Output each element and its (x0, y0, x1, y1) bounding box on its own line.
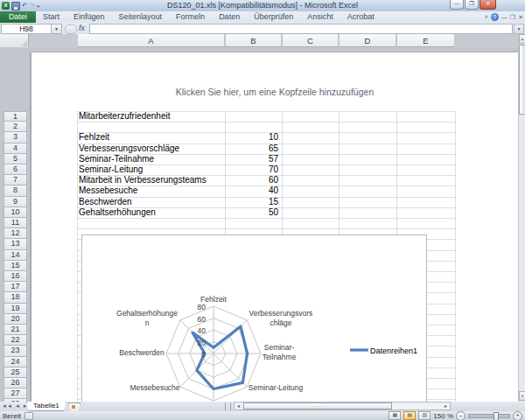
row-header-18[interactable]: 18 (4, 292, 27, 303)
row-header-15[interactable]: 15 (4, 261, 27, 271)
legend-label: Datenreihen1 (370, 346, 417, 355)
scroll-up-icon[interactable]: ▲ (519, 34, 525, 44)
cell-value[interactable]: 50 (225, 207, 278, 218)
vertical-scrollbar[interactable]: ▲ ▼ (518, 34, 525, 402)
cell-value[interactable]: 57 (225, 154, 278, 164)
row-header-20[interactable]: 20 (4, 314, 27, 325)
row-header-1[interactable]: 1 (4, 111, 27, 122)
ribbon-tab-datei[interactable]: Datei (0, 11, 36, 23)
cell-value[interactable]: 10 (225, 132, 278, 143)
ribbon-tab-row: Datei Start Einfügen Seitenlayout Formel… (0, 11, 525, 24)
vertical-scroll-thumb[interactable] (519, 45, 525, 115)
column-header-C[interactable]: C (282, 34, 339, 47)
cell-value[interactable]: 15 (225, 197, 278, 207)
expand-formula-bar-icon[interactable]: ▼ (514, 24, 524, 34)
page-layout-view-icon[interactable]: ▤ (403, 411, 416, 420)
cell-value[interactable]: 70 (225, 164, 278, 175)
scroll-left-icon[interactable]: ◄ (234, 402, 242, 410)
row-header-11[interactable]: 11 (4, 218, 27, 228)
cell-value[interactable]: 60 (225, 175, 278, 186)
ribbon-tab-formeln[interactable]: Formeln (169, 11, 212, 23)
formula-input[interactable] (89, 24, 513, 34)
ribbon-tab-start[interactable]: Start (36, 11, 66, 23)
workbook-close-icon[interactable]: ✕ (518, 12, 523, 22)
redo-button[interactable]: ↷ (30, 2, 36, 10)
column-header-D[interactable]: D (339, 34, 396, 47)
row-header-14[interactable]: 14 (4, 250, 27, 261)
cell-a1-title[interactable]: Mitarbeiterzufriedenheit (79, 111, 222, 122)
cell-label[interactable]: Verbesserungsvorschläge (79, 144, 222, 154)
ribbon-tab-daten[interactable]: Daten (212, 11, 247, 23)
expand-ribbon-icon[interactable]: ˄ (485, 12, 488, 22)
qat-dropdown-icon[interactable]: ▾ (37, 4, 39, 9)
ribbon-tab-acrobat[interactable]: Acrobat (340, 11, 382, 23)
minimize-button[interactable]: — (450, 0, 464, 10)
zoom-slider-thumb[interactable] (494, 412, 499, 420)
close-button[interactable]: ✕ (480, 0, 496, 10)
row-header-12[interactable]: 12 (4, 228, 27, 239)
normal-view-icon[interactable]: ▦ (388, 411, 401, 420)
radar-tick-label: 80 (198, 303, 206, 312)
column-header-row: ABCDE (0, 34, 518, 49)
cell-label[interactable]: Gehaltserhöhungen (79, 207, 222, 218)
cell-label[interactable]: Seminar-Leitung (79, 164, 222, 175)
row-header-13[interactable]: 13 (4, 239, 27, 249)
row-header-21[interactable]: 21 (4, 325, 27, 335)
row-header-27[interactable]: 27 (4, 388, 27, 399)
undo-button[interactable]: ↶ (22, 2, 28, 10)
fx-icon[interactable]: fx (79, 24, 85, 33)
cell-label[interactable]: Fehlzeit (79, 132, 222, 143)
row-header-2[interactable]: 2 (4, 122, 27, 132)
horizontal-scrollbar[interactable]: ◄ ····· ► (234, 402, 451, 410)
macro-record-icon[interactable] (24, 412, 33, 420)
cell-label[interactable]: Seminar-Teilnahme (79, 154, 222, 164)
column-header-A[interactable]: A (77, 34, 225, 47)
column-header-E[interactable]: E (396, 34, 455, 47)
zoom-level[interactable]: 150 % (433, 412, 453, 420)
radar-axis-label: chläge (270, 318, 291, 327)
select-all-corner[interactable] (0, 34, 29, 47)
radar-chart[interactable]: 020406080FehlzeitVerbesserungsvorschläge… (81, 234, 427, 402)
zoom-out-icon[interactable]: – (456, 411, 466, 420)
cell-label[interactable]: Messebesuche (79, 186, 222, 196)
row-header-16[interactable]: 16 (4, 271, 27, 282)
scroll-down-icon[interactable]: ▼ (519, 391, 525, 401)
name-box-dropdown-icon[interactable]: ▼ (51, 24, 62, 34)
workbook-restore-icon[interactable]: ❐ (510, 12, 515, 22)
scroll-right-icon[interactable]: ► (442, 402, 450, 410)
zoom-in-icon[interactable]: + (513, 411, 522, 420)
row-header-19[interactable]: 19 (4, 304, 27, 314)
sheet-tab-tabelle1[interactable]: Tabelle1 (26, 402, 66, 411)
zoom-slider[interactable] (468, 414, 510, 418)
page-break-view-icon[interactable]: ▥ (418, 411, 430, 420)
column-header-B[interactable]: B (225, 34, 282, 47)
help-icon[interactable]: ? (491, 13, 499, 21)
tab-split-handle[interactable] (225, 402, 231, 410)
ribbon-tab-ansicht[interactable]: Ansicht (300, 11, 340, 23)
save-button[interactable] (11, 2, 20, 10)
first-sheet-icon[interactable]: ◄◄ (2, 402, 12, 410)
row-header-23[interactable]: 23 (4, 346, 27, 356)
prev-sheet-icon[interactable]: ◄ (15, 402, 20, 410)
radar-axis-label: Teilnahme (262, 353, 297, 361)
cell-value[interactable]: 65 (225, 144, 278, 154)
radar-axis-label: Fehlzeit (200, 295, 227, 304)
name-box[interactable]: H98 (1, 24, 52, 34)
ribbon-tab-ueberpruefen[interactable]: Überprüfen (247, 11, 300, 23)
row-header-24[interactable]: 24 (4, 357, 27, 368)
row-header-22[interactable]: 22 (4, 335, 27, 346)
row-header-26[interactable]: 26 (4, 378, 27, 388)
header-placeholder[interactable]: Klicken Sie hier, um eine Kopfzeile hinz… (32, 87, 518, 97)
restore-button[interactable]: ❐ (465, 0, 479, 10)
row-header-17[interactable]: 17 (4, 282, 27, 292)
ribbon-tab-einfuegen[interactable]: Einfügen (66, 11, 112, 23)
row-header-25[interactable]: 25 (4, 368, 27, 378)
horizontal-scroll-thumb[interactable]: ····· (243, 402, 392, 410)
workbook-minimize-icon[interactable]: — (501, 12, 508, 22)
radar-axis-label: Verbesserungsvors (249, 309, 313, 318)
excel-app-icon[interactable]: X (2, 2, 10, 10)
cell-label[interactable]: Beschwerden (79, 197, 222, 207)
cell-value[interactable]: 40 (225, 186, 278, 196)
ribbon-tab-seitenlayout[interactable]: Seitenlayout (112, 11, 170, 23)
cell-label[interactable]: Mitarbeit in Verbesserungsteams (79, 175, 222, 186)
